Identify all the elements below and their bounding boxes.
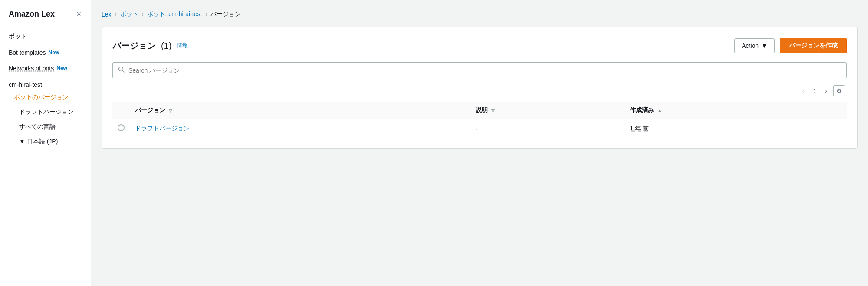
card-actions: Action ▼ バージョンを作成 (734, 38, 847, 53)
pagination-row: ‹ 1 › ⚙ (112, 85, 847, 96)
sidebar-title: Amazon Lex (9, 10, 55, 19)
table-cell-version: ドラフトバージョン (130, 119, 470, 138)
sidebar-item-bot-templates[interactable]: Bot templates New (0, 45, 91, 60)
sidebar-item-networks-of-bots[interactable]: Networks of bots New (0, 60, 91, 76)
table-col-description[interactable]: 説明 ▽ (470, 102, 625, 119)
card-header: バージョン (1) 情報 Action ▼ バージョンを作成 (112, 38, 847, 53)
search-bar (112, 62, 847, 78)
breadcrumb-current: バージョン (210, 10, 241, 18)
sidebar-item-label: Networks of bots (9, 65, 54, 72)
sidebar-section-title: cm-hirai-test (0, 76, 91, 90)
created-date: 1 年 前 (630, 125, 649, 132)
table-row: ドラフトバージョン - 1 年 前 (112, 119, 847, 138)
sidebar: Amazon Lex × ボット Bot templates New Netwo… (0, 0, 91, 286)
breadcrumb-sep-1: › (115, 11, 117, 17)
create-version-button[interactable]: バージョンを作成 (780, 38, 847, 53)
table-settings-button[interactable]: ⚙ (833, 85, 845, 96)
row-radio-button[interactable] (118, 124, 125, 131)
sidebar-sub-item-label: ボットのバージョン (14, 93, 69, 100)
card-title: バージョン (112, 40, 156, 52)
table-cell-description: - (470, 119, 625, 138)
sort-desc-icon: ▽ (169, 108, 172, 113)
versions-card: バージョン (1) 情報 Action ▼ バージョンを作成 (102, 27, 858, 149)
version-link[interactable]: ドラフトバージョン (135, 125, 190, 132)
settings-icon: ⚙ (836, 87, 842, 94)
new-badge: New (49, 50, 59, 56)
table-header: バージョン ▽ 説明 ▽ 作成済み ▲ (112, 102, 847, 119)
sidebar-item-bot-versions[interactable]: ボットのバージョン (0, 90, 91, 105)
sort-desc-icon-2: ▽ (491, 108, 495, 113)
new-badge: New (56, 65, 67, 71)
sidebar-header: Amazon Lex × (0, 9, 91, 28)
sidebar-item-bots[interactable]: ボット (0, 28, 91, 45)
sidebar-item-draft-version[interactable]: ドラフトバージョン (0, 105, 91, 120)
breadcrumb: Lex › ボット › ボット: cm-hirai-test › バージョン (102, 10, 858, 18)
main-content: Lex › ボット › ボット: cm-hirai-test › バージョン バ… (91, 0, 868, 286)
table-cell-select (112, 119, 130, 138)
sort-asc-icon: ▲ (658, 108, 662, 113)
sidebar-item-all-languages[interactable]: すべての言語 (0, 120, 91, 134)
card-title-group: バージョン (1) 情報 (112, 40, 188, 52)
sidebar-item-label: ボット (9, 33, 27, 40)
sidebar-sub-item-label: すべての言語 (19, 123, 56, 130)
sidebar-item-label: Bot templates (9, 49, 46, 56)
sidebar-sub-item-label: ドラフトバージョン (19, 108, 74, 115)
search-input[interactable] (128, 67, 841, 74)
table-body: ドラフトバージョン - 1 年 前 (112, 119, 847, 138)
pagination-prev-button[interactable]: ‹ (800, 86, 807, 96)
breadcrumb-sep-2: › (142, 11, 144, 17)
breadcrumb-bots[interactable]: ボット (120, 10, 138, 18)
svg-line-1 (123, 71, 125, 73)
pagination-next-button[interactable]: › (822, 86, 830, 96)
chevron-down-icon: ▼ (761, 42, 767, 49)
breadcrumb-bot-detail[interactable]: ボット: cm-hirai-test (147, 10, 202, 18)
table-col-version[interactable]: バージョン ▽ (130, 102, 470, 119)
breadcrumb-sep-3: › (205, 11, 207, 17)
table-col-created[interactable]: 作成済み ▲ (625, 102, 847, 119)
table-cell-created: 1 年 前 (625, 119, 847, 138)
pagination-current: 1 (810, 87, 819, 94)
sidebar-nav: ボット Bot templates New Networks of bots N… (0, 28, 91, 149)
action-button[interactable]: Action ▼ (734, 38, 775, 53)
breadcrumb-lex[interactable]: Lex (102, 11, 112, 18)
sidebar-close-button[interactable]: × (76, 9, 82, 20)
card-count: (1) (161, 41, 171, 51)
search-icon (118, 66, 125, 74)
action-button-label: Action (742, 42, 759, 49)
table-col-select (112, 102, 130, 119)
sidebar-item-japanese[interactable]: ▼ 日本語 (JP) (0, 134, 91, 149)
info-link[interactable]: 情報 (177, 42, 188, 50)
sidebar-sub-item-label: ▼ 日本語 (JP) (19, 138, 58, 146)
versions-table: バージョン ▽ 説明 ▽ 作成済み ▲ (112, 102, 847, 138)
